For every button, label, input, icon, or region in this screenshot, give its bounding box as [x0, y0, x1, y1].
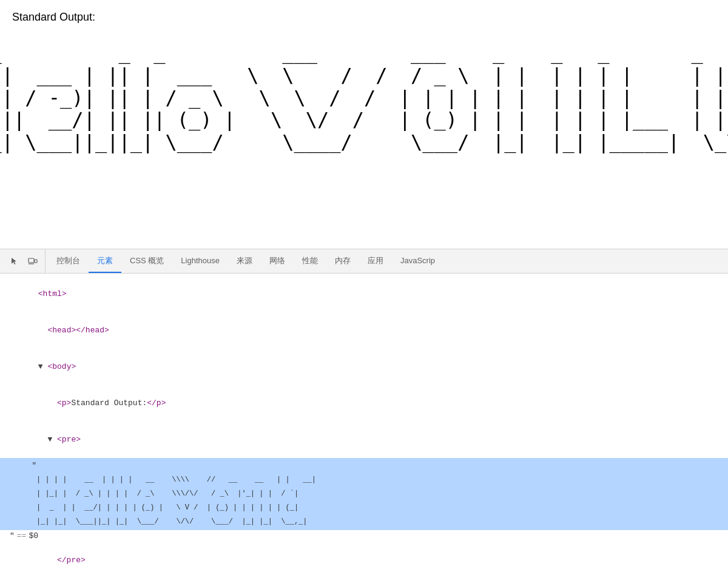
- dollar-zero-line: " == $0: [0, 530, 728, 542]
- dom-p-line: <p>Standard Output:</p>: [0, 385, 728, 422]
- dom-head-line: <head></head>: [0, 312, 728, 349]
- tab-memory[interactable]: 内存: [326, 249, 359, 273]
- tab-network[interactable]: 网络: [261, 249, 294, 273]
- dom-pre-close: </pre>: [0, 542, 728, 575]
- equals-sign: ==: [17, 530, 27, 542]
- svg-rect-0: [29, 258, 34, 263]
- tab-lighthouse[interactable]: Lighthouse: [172, 249, 228, 273]
- tab-css-overview[interactable]: CSS 概览: [121, 249, 172, 273]
- pre-selected-line3: | _ | | __/| | | | | (_) | \ V / | (_) |…: [0, 501, 728, 515]
- tab-icon-group: [2, 249, 46, 273]
- ascii-art-container: _ _ _ _ ___ ___ _ _ _ _ _ | | | | ___ | …: [12, 42, 716, 153]
- tab-performance[interactable]: 性能: [294, 249, 326, 273]
- svg-rect-1: [35, 260, 37, 263]
- tabs-list: 控制台 元素 CSS 概览 Lighthouse 来源 网络 性能 内存: [46, 249, 446, 273]
- tab-elements[interactable]: 元素: [89, 249, 121, 273]
- dom-body-line: ▼ <body>: [0, 349, 728, 385]
- tab-sources[interactable]: 来源: [228, 249, 261, 273]
- cursor-icon[interactable]: [6, 253, 23, 270]
- tabs-bar: 控制台 元素 CSS 概览 Lighthouse 来源 网络 性能 内存: [0, 249, 728, 274]
- device-icon[interactable]: [24, 253, 41, 270]
- tab-javascript[interactable]: JavaScrip: [392, 249, 443, 273]
- devtools-panel: 控制台 元素 CSS 概览 Lighthouse 来源 网络 性能 内存: [0, 249, 728, 575]
- pre-selected-line1: | | | | __ | | | | __ \\\\ // __ __ | | …: [0, 473, 728, 487]
- dom-pre-line: ▼ <pre>: [0, 422, 728, 458]
- pre-selected-quote: ": [0, 459, 728, 473]
- pre-selected-line4: |_| |_| \___||_| |_| \___/ \/\/ \___/ |_…: [0, 515, 728, 529]
- tab-application[interactable]: 应用: [359, 249, 392, 273]
- standard-output-label: Standard Output:: [12, 11, 716, 24]
- ascii-art-display: _ _ _ _ ___ ___ _ _ _ _ _ | | | | ___ | …: [0, 42, 728, 153]
- top-area: Standard Output: _ _ _ _ ___ ___ _ _ _ _…: [0, 0, 728, 249]
- closing-quote: ": [10, 530, 15, 542]
- dom-html-line: <html>: [0, 276, 728, 312]
- tab-console[interactable]: 控制台: [48, 249, 89, 273]
- pre-content-selected-block: " | | | | __ | | | | __ \\\\ // __ __ | …: [0, 458, 728, 530]
- dollar-zero-value: $0: [29, 530, 38, 542]
- pre-selected-line2: | |_| | / _\ | | | | / _\ \\\/\/ / _\ |'…: [0, 487, 728, 501]
- dom-tree[interactable]: <html> <head></head> ▼ <body> <p>Standar…: [0, 274, 728, 575]
